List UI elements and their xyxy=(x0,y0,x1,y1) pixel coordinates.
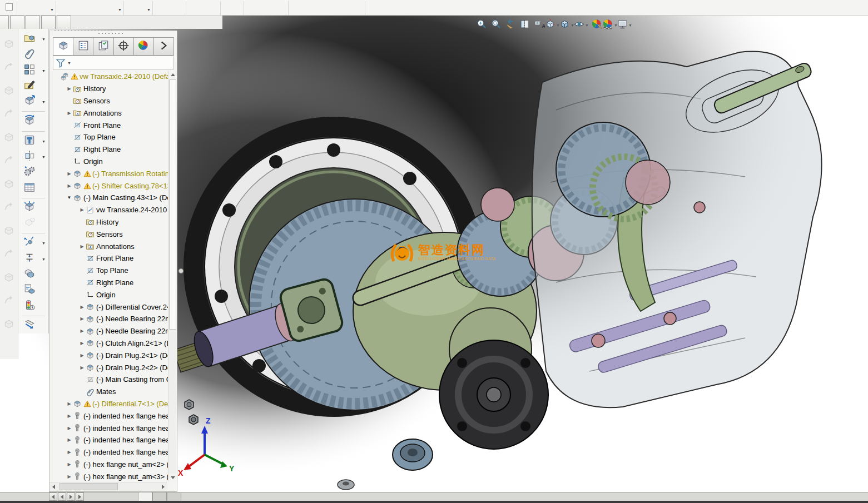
expand-arrow[interactable]: ▶ xyxy=(66,462,73,467)
expand-arrow[interactable]: ▶ xyxy=(78,341,86,346)
scroll-left-arrow[interactable] xyxy=(49,482,58,491)
splitter-grip[interactable] xyxy=(178,268,183,273)
dropdown-caret[interactable]: ▼ xyxy=(585,23,589,27)
tree-item[interactable]: ▶ (-) Needle Bearing 22mm. xyxy=(51,313,169,325)
tree-item[interactable]: ▶ History xyxy=(51,83,169,95)
expand-arrow[interactable]: ▶ xyxy=(78,207,86,212)
edit-component-icon[interactable]: ▼ xyxy=(18,78,48,94)
tree-item[interactable]: Front Plane xyxy=(51,252,169,265)
zoom-to-area-icon[interactable]: ▼ xyxy=(488,18,503,32)
panel-drag-handle[interactable] xyxy=(97,32,123,34)
interference-detection-icon[interactable]: ▼ xyxy=(18,267,48,282)
expand-arrow[interactable]: ▶ xyxy=(78,244,86,249)
tree-item[interactable]: Origin xyxy=(51,288,169,301)
expand-arrow[interactable]: ▶ xyxy=(66,474,73,479)
show-hidden-components-icon[interactable]: ▼ xyxy=(18,200,48,216)
tree-item[interactable]: ▶ (-) indented hex flange head r xyxy=(51,446,169,459)
tree-item[interactable]: ▶ (-) Drain Plug.2<2> (Defau xyxy=(51,361,169,373)
dropdown-caret[interactable]: ▼ xyxy=(42,69,46,73)
expand-arrow[interactable]: ▼ xyxy=(66,195,73,200)
scroll-down-arrow[interactable] xyxy=(168,474,177,482)
dimxpertmanager-tab[interactable] xyxy=(113,37,134,56)
expand-arrow[interactable]: ▶ xyxy=(66,171,73,176)
dropdown-caret[interactable]: ▼ xyxy=(42,155,46,159)
tree-item[interactable]: Right Plane xyxy=(51,277,169,289)
zoom-to-fit-icon[interactable]: ▼ xyxy=(474,18,488,32)
tree-item[interactable]: ▶ Annotations xyxy=(51,240,169,252)
scrollbar-thumb[interactable] xyxy=(59,483,118,490)
measure-icon[interactable]: ▼ xyxy=(18,318,48,333)
dropdown-caret[interactable]: ▼ xyxy=(147,8,151,12)
dropdown-caret[interactable]: ▼ xyxy=(42,257,46,261)
expand-arrow[interactable]: ▶ xyxy=(66,437,73,442)
expand-arrow[interactable]: ▶ xyxy=(66,183,73,188)
exploded-view-icon[interactable]: ▼ xyxy=(18,235,48,251)
tree-item[interactable]: ▶ (-) Clutch Align.2<1> (Def xyxy=(51,337,169,350)
insert-components-icon[interactable]: ▼ xyxy=(18,31,48,47)
tree-item[interactable]: ▶ (-) hex flange nut_am<2> (B18 xyxy=(51,459,169,471)
tree-item[interactable]: ▶ (-) Drain Plug.2<1> (Defau xyxy=(51,349,169,361)
tree-item[interactable]: Mates xyxy=(51,386,169,398)
tab-clipped[interactable] xyxy=(0,16,9,29)
tree-filter[interactable]: ▼ xyxy=(53,56,173,70)
mate-icon[interactable]: ▼ xyxy=(18,47,48,62)
tree-item[interactable]: Front Plane xyxy=(51,119,169,131)
tree-item[interactable]: (-) Main Casting from Cati xyxy=(51,373,169,386)
scroll-right-arrow[interactable] xyxy=(159,482,167,491)
performance-evaluation-icon[interactable]: ▼ xyxy=(18,298,48,313)
expand-arrow[interactable]: ▶ xyxy=(78,305,86,310)
tree-item[interactable]: ▶ (-) indented hex flange head r xyxy=(51,410,169,422)
expand-arrow[interactable]: ▶ xyxy=(78,365,86,370)
scrollbar-thumb[interactable] xyxy=(169,79,176,330)
tree-item[interactable]: Top Plane xyxy=(51,265,169,277)
expand-tabs-arrow[interactable] xyxy=(153,37,174,56)
component-pattern-icon[interactable]: ▼ xyxy=(18,63,48,78)
expand-arrow[interactable]: ▶ xyxy=(66,86,73,91)
next-tab-button[interactable] xyxy=(67,492,75,501)
propertymanager-tab[interactable] xyxy=(73,37,93,56)
expand-arrow[interactable]: ▶ xyxy=(66,450,73,455)
large-design-review-icon[interactable]: ▼ xyxy=(18,216,48,231)
bom-table-icon[interactable]: ▼ xyxy=(18,180,48,196)
dropdown-caret[interactable]: ▼ xyxy=(118,8,122,12)
expand-arrow[interactable]: ▶ xyxy=(66,111,73,116)
tab-solidworks-addins[interactable] xyxy=(26,16,40,29)
tree-item[interactable]: ▶ (-) Transmission Rotating. xyxy=(51,167,169,180)
assembly-visualization-icon[interactable]: ▼ xyxy=(18,282,48,298)
rotate-component-icon[interactable]: ▼ xyxy=(18,113,48,129)
dropdown-caret[interactable]: ▼ xyxy=(50,8,54,12)
expand-arrow[interactable]: ▶ xyxy=(66,414,73,419)
featuremanager-tab[interactable] xyxy=(53,37,73,56)
expand-arrow[interactable]: ▶ xyxy=(78,316,86,321)
panel-splitter[interactable] xyxy=(177,31,185,492)
expand-arrow[interactable]: ▶ xyxy=(78,353,86,358)
tab-circuitworks[interactable] xyxy=(57,16,71,29)
expand-arrow[interactable]: ▶ xyxy=(78,328,86,333)
dropdown-caret[interactable]: ▼ xyxy=(42,140,46,143)
tree-item[interactable]: ▶ (-) Differential Cover.2<1> xyxy=(51,301,169,313)
explode-line-sketch-icon[interactable]: ▼ xyxy=(18,251,48,267)
displaymanager-tab[interactable] xyxy=(133,37,154,56)
section-view-icon[interactable]: ▼ xyxy=(517,18,532,32)
dropdown-caret[interactable]: ▼ xyxy=(42,37,46,41)
hide-show-items-icon[interactable]: ▼ xyxy=(575,18,589,32)
tree-item[interactable]: Sensors xyxy=(51,95,169,107)
motion-study-icon[interactable]: ▼ xyxy=(18,165,48,180)
configurationmanager-tab[interactable] xyxy=(93,37,113,56)
tree-item[interactable]: ▶ (-) indented hex flange head r xyxy=(51,422,169,434)
assembly-section-icon[interactable]: ▼ xyxy=(18,149,48,165)
tree-vertical-scrollbar[interactable] xyxy=(168,71,176,482)
tree-horizontal-scrollbar[interactable] xyxy=(49,482,167,491)
tree-item[interactable]: ▼ (-) Main Casting.43<1> (Defau xyxy=(51,192,169,204)
tab-solidworks-mbd[interactable] xyxy=(41,16,56,29)
tree-item[interactable]: ▶ (-) Needle Bearing 22mm. xyxy=(51,325,169,337)
tree-item[interactable]: History xyxy=(51,216,169,228)
tree-item[interactable]: ▶ (-) indented hex flange head r xyxy=(51,434,169,446)
scroll-up-arrow[interactable] xyxy=(168,71,177,79)
expand-arrow[interactable]: ▶ xyxy=(66,426,73,431)
tree-item[interactable]: ▶ Annotations xyxy=(51,107,169,119)
dropdown-caret[interactable]: ▼ xyxy=(67,61,71,65)
bottom-tab-motion-study[interactable] xyxy=(167,492,181,501)
tree-item[interactable]: Right Plane xyxy=(51,143,169,156)
last-tab-button[interactable] xyxy=(76,492,84,501)
